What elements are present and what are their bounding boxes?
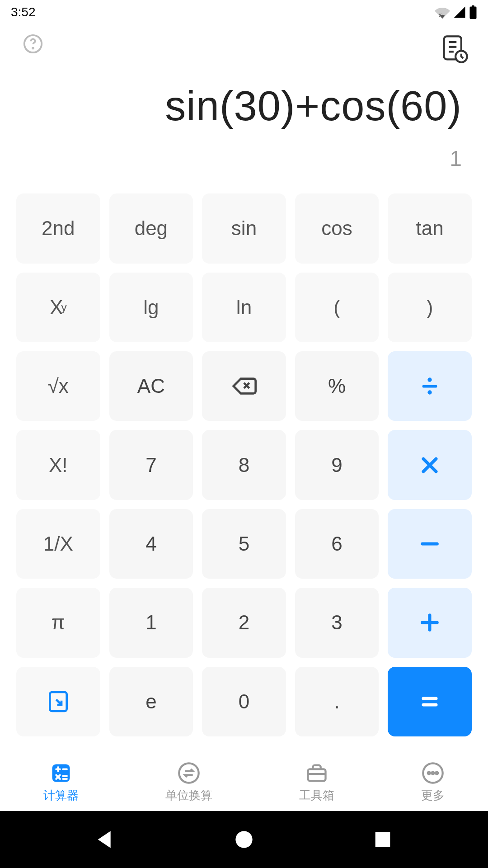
svg-text:x: x (439, 11, 442, 19)
key-backspace[interactable] (202, 351, 286, 421)
status-bar: 3:52 x (0, 0, 488, 24)
key-sin[interactable]: sin (202, 193, 286, 263)
bottom-nav: 计算器 单位换算 工具箱 更多 (0, 753, 488, 811)
svg-point-29 (179, 763, 198, 783)
collapse-icon (46, 689, 71, 714)
key-e[interactable]: e (109, 667, 193, 736)
key-pi[interactable]: π (16, 588, 100, 657)
minus-icon (417, 531, 442, 557)
home-button[interactable] (231, 827, 257, 852)
key-3[interactable]: 3 (295, 588, 379, 657)
svg-point-33 (432, 772, 434, 774)
nav-unit-label: 单位换算 (165, 788, 212, 803)
battery-icon (469, 5, 477, 19)
more-icon (421, 761, 445, 785)
key-2nd[interactable]: 2nd (16, 193, 100, 263)
key-multiply[interactable] (388, 430, 472, 500)
key-equals[interactable] (388, 667, 472, 736)
key-lg[interactable]: lg (109, 273, 193, 342)
svg-rect-30 (308, 769, 326, 781)
help-icon[interactable] (23, 33, 43, 54)
key-percent[interactable]: % (295, 351, 379, 421)
nav-more[interactable]: 更多 (421, 761, 445, 803)
key-deg[interactable]: deg (109, 193, 193, 263)
convert-icon (177, 761, 201, 785)
key-7[interactable]: 7 (109, 430, 193, 500)
key-9[interactable]: 9 (295, 430, 379, 500)
svg-point-10 (428, 378, 432, 382)
key-rparen[interactable]: ) (388, 273, 472, 342)
key-tan[interactable]: tan (388, 193, 472, 263)
nav-calculator-label: 计算器 (43, 788, 79, 803)
equals-icon (417, 689, 442, 714)
svg-point-32 (428, 772, 430, 774)
top-bar (0, 24, 488, 79)
key-1[interactable]: 1 (109, 588, 193, 657)
svg-point-34 (436, 772, 438, 774)
key-ac[interactable]: AC (109, 351, 193, 421)
key-divide[interactable] (388, 351, 472, 421)
nav-more-label: 更多 (421, 788, 445, 803)
divide-icon (417, 373, 442, 399)
nav-toolbox[interactable]: 工具箱 (299, 761, 334, 803)
svg-point-35 (235, 831, 252, 848)
history-icon[interactable] (439, 33, 470, 64)
key-cos[interactable]: cos (295, 193, 379, 263)
display-area: sin(30)+cos(60) 1 (0, 79, 488, 193)
nav-toolbox-label: 工具箱 (299, 788, 334, 803)
toolbox-icon (305, 761, 328, 785)
recent-button[interactable] (370, 827, 395, 852)
nav-calculator[interactable]: 计算器 (43, 761, 79, 803)
result-display: 1 (26, 146, 462, 171)
key-factorial[interactable]: X! (16, 430, 100, 500)
key-power[interactable]: Xy (16, 273, 100, 342)
key-ln[interactable]: ln (202, 273, 286, 342)
svg-rect-11 (422, 385, 437, 388)
expression-display: sin(30)+cos(60) (26, 83, 462, 129)
multiply-icon (417, 453, 442, 478)
key-plus[interactable] (388, 588, 472, 657)
status-icons: x (435, 5, 477, 19)
wifi-off-icon: x (435, 5, 450, 19)
plus-icon (417, 610, 442, 635)
key-lparen[interactable]: ( (295, 273, 379, 342)
key-0[interactable]: 0 (202, 667, 286, 736)
keypad: 2nd deg sin cos tan Xy lg ln ( ) √x AC %… (0, 193, 488, 736)
key-4[interactable]: 4 (109, 509, 193, 579)
nav-unit[interactable]: 单位换算 (165, 761, 212, 803)
key-sqrt[interactable]: √x (16, 351, 100, 421)
key-5[interactable]: 5 (202, 509, 286, 579)
cell-signal-icon (453, 5, 466, 19)
key-dot[interactable]: . (295, 667, 379, 736)
key-6[interactable]: 6 (295, 509, 379, 579)
status-time: 3:52 (11, 5, 36, 19)
key-collapse[interactable] (16, 667, 100, 736)
svg-point-12 (428, 391, 432, 395)
calculator-icon (49, 761, 73, 785)
svg-rect-36 (375, 832, 390, 847)
backspace-icon (231, 373, 257, 399)
key-8[interactable]: 8 (202, 430, 286, 500)
key-2[interactable]: 2 (202, 588, 286, 657)
system-nav-bar (0, 811, 488, 868)
key-minus[interactable] (388, 509, 472, 579)
key-reciprocal[interactable]: 1/X (16, 509, 100, 579)
svg-point-2 (33, 48, 33, 49)
back-button[interactable] (93, 827, 118, 852)
